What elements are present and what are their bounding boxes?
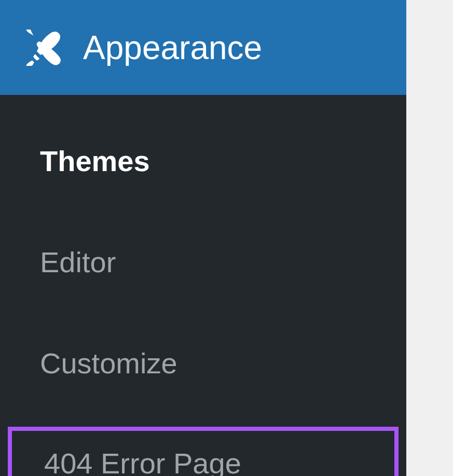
paintbrush-icon	[26, 30, 62, 66]
admin-sidebar: Appearance Themes Editor Customize 404 E…	[0, 0, 406, 476]
submenu-item-customize[interactable]: Customize	[0, 328, 406, 398]
appearance-submenu: Themes Editor Customize 404 Error Page	[0, 95, 406, 476]
submenu-item-themes[interactable]: Themes	[0, 126, 406, 196]
submenu-item-label: 404 Error Page	[44, 447, 241, 476]
submenu-item-label: Editor	[40, 246, 116, 278]
menu-header-appearance[interactable]: Appearance	[0, 0, 406, 95]
submenu-item-editor[interactable]: Editor	[0, 227, 406, 297]
active-menu-arrow	[406, 32, 422, 63]
submenu-item-label: Customize	[40, 347, 177, 380]
submenu-item-label: Themes	[40, 145, 150, 177]
menu-header-label: Appearance	[83, 29, 262, 67]
submenu-item-404-error-page[interactable]: 404 Error Page	[8, 427, 399, 476]
